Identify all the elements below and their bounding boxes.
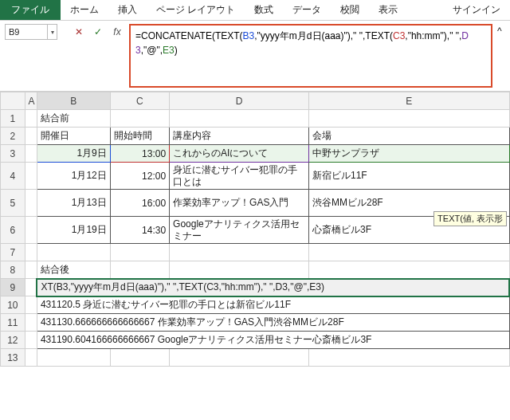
row-header[interactable]: 2 <box>1 128 26 145</box>
cell-B3[interactable]: 1月9日 <box>37 145 110 163</box>
row-header[interactable]: 11 <box>1 314 26 332</box>
row-header[interactable]: 10 <box>1 296 26 314</box>
formula-confirm-icon[interactable]: ✓ <box>91 24 105 40</box>
cell[interactable]: 431120.5 身近に潜むサイバー犯罪の手口とは新宿ビル11F <box>37 296 509 314</box>
col-header-E[interactable]: E <box>309 92 510 110</box>
cell[interactable] <box>309 244 510 261</box>
cell[interactable]: 身近に潜むサイバー犯罪の手口とは <box>170 163 309 190</box>
cell[interactable] <box>110 110 169 128</box>
tab-pagelayout[interactable]: ページ レイアウト <box>147 0 245 20</box>
tab-view[interactable]: 表示 <box>369 0 407 20</box>
cell-B9[interactable]: XT(B3,"yyyy年m月d日(aaa)")," ",TEXT(C3,"hh:… <box>37 279 509 296</box>
sheet-area: TEXT(値, 表示形 A B C D E 1 結合前 <box>0 92 510 367</box>
row-header[interactable]: 8 <box>1 261 26 279</box>
cell[interactable] <box>25 110 37 128</box>
tab-review[interactable]: 校閲 <box>331 0 369 20</box>
file-tab[interactable]: ファイル <box>0 0 61 20</box>
cell[interactable]: 14:30 <box>110 217 169 244</box>
cell-C3[interactable]: 13:00 <box>110 145 169 163</box>
cell[interactable] <box>309 261 510 279</box>
cell[interactable]: 講座内容 <box>170 128 309 145</box>
cell[interactable] <box>25 296 37 314</box>
cell[interactable] <box>25 163 37 190</box>
cell[interactable] <box>25 128 37 145</box>
row-header[interactable]: 7 <box>1 244 26 261</box>
cell[interactable] <box>309 110 510 128</box>
name-box-dropdown[interactable]: ▾ <box>48 24 57 40</box>
col-header-D[interactable]: D <box>170 92 309 110</box>
name-box[interactable]: B9 <box>5 24 48 40</box>
row-header[interactable]: 12 <box>1 332 26 349</box>
row-header[interactable]: 3 <box>1 145 26 163</box>
col-header-C[interactable]: C <box>110 92 169 110</box>
cell[interactable]: 結合後 <box>37 261 110 279</box>
cell[interactable] <box>37 244 110 261</box>
cell[interactable]: 新宿ビル11F <box>309 163 510 190</box>
cell[interactable] <box>170 349 309 367</box>
formula-bar: B9 ▾ ✕ ✓ fx =CONCATENATE(TEXT(B3,"yyyy年m… <box>0 21 510 92</box>
formula-cancel-icon[interactable]: ✕ <box>72 24 86 40</box>
row-header[interactable]: 9 <box>1 279 26 296</box>
cell[interactable] <box>110 349 169 367</box>
formula-expand-icon[interactable]: ^ <box>497 26 502 37</box>
row-header[interactable]: 6 <box>1 217 26 244</box>
cell[interactable]: Googleアナリティクス活用セミナー <box>170 217 309 244</box>
cell[interactable] <box>110 261 169 279</box>
cell[interactable] <box>25 279 37 296</box>
cell[interactable] <box>170 261 309 279</box>
row-header[interactable]: 1 <box>1 110 26 128</box>
row-header[interactable]: 13 <box>1 349 26 367</box>
tab-home[interactable]: ホーム <box>61 0 108 20</box>
col-header-B[interactable]: B <box>37 92 110 110</box>
formula-tooltip: TEXT(値, 表示形 <box>434 211 507 226</box>
cell[interactable] <box>25 332 37 349</box>
row-header[interactable]: 4 <box>1 163 26 190</box>
cell[interactable]: 開催日 <box>37 128 110 145</box>
row-header[interactable]: 5 <box>1 190 26 217</box>
cell-E3[interactable]: 中野サンプラザ <box>309 145 510 163</box>
cell[interactable] <box>170 110 309 128</box>
signin-link[interactable]: サインイン <box>443 0 510 20</box>
cell[interactable]: 1月13日 <box>37 190 110 217</box>
col-header-A[interactable]: A <box>25 92 37 110</box>
fx-icon[interactable]: fx <box>110 24 124 40</box>
select-all-corner[interactable] <box>1 92 26 110</box>
cell[interactable]: 12:00 <box>110 163 169 190</box>
formula-input[interactable]: =CONCATENATE(TEXT(B3,"yyyy年m月d日(aaa)"),"… <box>129 24 492 88</box>
cell[interactable]: 431190.604166666666667 Googleアナリティクス活用セミ… <box>37 332 509 349</box>
cell-D3[interactable]: これからのAIについて <box>170 145 309 163</box>
cell[interactable] <box>25 349 37 367</box>
cell[interactable] <box>25 261 37 279</box>
spreadsheet-grid[interactable]: A B C D E 1 結合前 2 開催日 開始時間 講座内容 <box>0 92 510 367</box>
cell[interactable]: 16:00 <box>110 190 169 217</box>
cell[interactable] <box>25 244 37 261</box>
cell[interactable]: 開始時間 <box>110 128 169 145</box>
cell[interactable] <box>25 217 37 244</box>
tab-insert[interactable]: 挿入 <box>108 0 147 20</box>
cell[interactable]: 431130.666666666666667 作業効率アップ！GAS入門渋谷MM… <box>37 314 509 332</box>
cell[interactable] <box>110 244 169 261</box>
cell[interactable] <box>37 349 110 367</box>
cell[interactable]: 1月12日 <box>37 163 110 190</box>
tab-formulas[interactable]: 数式 <box>245 0 283 20</box>
cell[interactable] <box>25 190 37 217</box>
cell[interactable]: 作業効率アップ！GAS入門 <box>170 190 309 217</box>
cell[interactable]: 会場 <box>309 128 510 145</box>
cell[interactable] <box>25 314 37 332</box>
cell[interactable] <box>170 244 309 261</box>
tab-data[interactable]: データ <box>283 0 331 20</box>
cell[interactable] <box>309 349 510 367</box>
cell[interactable]: 結合前 <box>37 110 110 128</box>
ribbon-tabs: ファイル ホーム 挿入 ページ レイアウト 数式 データ 校閲 表示 サインイン <box>0 0 510 21</box>
cell[interactable] <box>25 145 37 163</box>
cell[interactable]: 1月19日 <box>37 217 110 244</box>
